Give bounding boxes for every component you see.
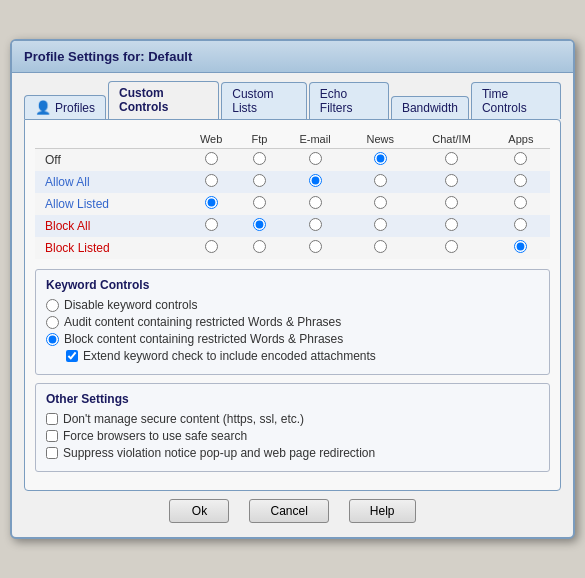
title-bar: Profile Settings for: Default bbox=[12, 41, 573, 73]
keyword-extend-label: Extend keyword check to include encoded … bbox=[83, 349, 376, 363]
radio-allow-listed-ftp[interactable] bbox=[253, 196, 266, 209]
col-header-chatim: Chat/IM bbox=[411, 130, 491, 149]
table-row: Block All bbox=[35, 215, 550, 237]
keyword-block-radio[interactable] bbox=[46, 333, 59, 346]
tab-custom-lists[interactable]: Custom Lists bbox=[221, 82, 307, 119]
table-row: Allow All bbox=[35, 171, 550, 193]
other-suppress-checkbox[interactable] bbox=[46, 447, 58, 459]
radio-allow-listed-news[interactable] bbox=[374, 196, 387, 209]
button-row: Ok Cancel Help bbox=[24, 491, 561, 529]
keyword-audit-option: Audit content containing restricted Word… bbox=[46, 315, 539, 329]
radio-block-listed-ftp[interactable] bbox=[253, 240, 266, 253]
col-header-web: Web bbox=[184, 130, 238, 149]
col-header-ftp: Ftp bbox=[238, 130, 281, 149]
radio-allow-listed-web[interactable] bbox=[205, 196, 218, 209]
tab-bandwidth[interactable]: Bandwidth bbox=[391, 96, 469, 119]
grid-cell-allow-listed-apps bbox=[492, 193, 550, 215]
grid-cell-block-listed-email bbox=[281, 237, 349, 259]
grid-cell-allow-listed-ftp bbox=[238, 193, 281, 215]
other-safe-search-option: Force browsers to use safe search bbox=[46, 429, 539, 443]
radio-allow-all-web[interactable] bbox=[205, 174, 218, 187]
keyword-extend-option: Extend keyword check to include encoded … bbox=[66, 349, 539, 363]
grid-cell-allow-listed-news bbox=[349, 193, 411, 215]
help-button[interactable]: Help bbox=[349, 499, 416, 523]
col-header-empty bbox=[35, 130, 184, 149]
tab-custom-controls[interactable]: Custom Controls bbox=[108, 81, 219, 119]
other-no-secure-checkbox[interactable] bbox=[46, 413, 58, 425]
grid-cell-block-all-news bbox=[349, 215, 411, 237]
radio-allow-all-apps[interactable] bbox=[514, 174, 527, 187]
other-safe-search-checkbox[interactable] bbox=[46, 430, 58, 442]
grid-cell-block-all-ftp bbox=[238, 215, 281, 237]
radio-allow-all-email[interactable] bbox=[309, 174, 322, 187]
radio-block-all-apps[interactable] bbox=[514, 218, 527, 231]
radio-block-listed-news[interactable] bbox=[374, 240, 387, 253]
tab-time-controls[interactable]: Time Controls bbox=[471, 82, 561, 119]
radio-block-all-ftp[interactable] bbox=[253, 218, 266, 231]
ok-button[interactable]: Ok bbox=[169, 499, 229, 523]
grid-cell-allow-all-news bbox=[349, 171, 411, 193]
radio-allow-listed-chatim[interactable] bbox=[445, 196, 458, 209]
keyword-disable-radio[interactable] bbox=[46, 299, 59, 312]
tab-bar: 👤 Profiles Custom Controls Custom Lists … bbox=[24, 81, 561, 119]
other-settings-title: Other Settings bbox=[46, 392, 539, 406]
grid-cell-allow-all-web bbox=[184, 171, 238, 193]
grid-cell-block-all-chatim bbox=[411, 215, 491, 237]
keyword-disable-option: Disable keyword controls bbox=[46, 298, 539, 312]
radio-allow-listed-apps[interactable] bbox=[514, 196, 527, 209]
grid-cell-block-listed-web bbox=[184, 237, 238, 259]
grid-cell-block-listed-news bbox=[349, 237, 411, 259]
radio-block-listed-web[interactable] bbox=[205, 240, 218, 253]
grid-cell-allow-all-apps bbox=[492, 171, 550, 193]
radio-off-web[interactable] bbox=[205, 152, 218, 165]
grid-cell-block-listed-apps bbox=[492, 237, 550, 259]
radio-block-listed-email[interactable] bbox=[309, 240, 322, 253]
radio-block-all-email[interactable] bbox=[309, 218, 322, 231]
keyword-extend-checkbox[interactable] bbox=[66, 350, 78, 362]
radio-block-listed-chatim[interactable] bbox=[445, 240, 458, 253]
radio-allow-all-ftp[interactable] bbox=[253, 174, 266, 187]
keyword-block-label: Block content containing restricted Word… bbox=[64, 332, 343, 346]
tab-profiles[interactable]: 👤 Profiles bbox=[24, 95, 106, 119]
grid-cell-off-apps bbox=[492, 149, 550, 172]
grid-cell-allow-all-email bbox=[281, 171, 349, 193]
other-no-secure-option: Don't manage secure content (https, ssl,… bbox=[46, 412, 539, 426]
radio-allow-listed-email[interactable] bbox=[309, 196, 322, 209]
other-safe-search-label: Force browsers to use safe search bbox=[63, 429, 247, 443]
row-label-allow-listed: Allow Listed bbox=[35, 193, 184, 215]
other-no-secure-label: Don't manage secure content (https, ssl,… bbox=[63, 412, 304, 426]
col-header-apps: Apps bbox=[492, 130, 550, 149]
radio-off-email[interactable] bbox=[309, 152, 322, 165]
keyword-audit-label: Audit content containing restricted Word… bbox=[64, 315, 341, 329]
grid-cell-block-all-email bbox=[281, 215, 349, 237]
tab-echo-filters[interactable]: Echo Filters bbox=[309, 82, 389, 119]
grid-cell-off-ftp bbox=[238, 149, 281, 172]
control-grid: Web Ftp E-mail News Chat/IM Apps OffAllo… bbox=[35, 130, 550, 259]
radio-block-all-news[interactable] bbox=[374, 218, 387, 231]
grid-cell-allow-listed-email bbox=[281, 193, 349, 215]
grid-cell-allow-all-chatim bbox=[411, 171, 491, 193]
keyword-audit-radio[interactable] bbox=[46, 316, 59, 329]
dialog-body: 👤 Profiles Custom Controls Custom Lists … bbox=[12, 73, 573, 537]
radio-allow-all-chatim[interactable] bbox=[445, 174, 458, 187]
other-settings-section: Other Settings Don't manage secure conte… bbox=[35, 383, 550, 472]
radio-off-ftp[interactable] bbox=[253, 152, 266, 165]
keyword-block-option: Block content containing restricted Word… bbox=[46, 332, 539, 346]
grid-cell-off-email bbox=[281, 149, 349, 172]
keyword-controls-title: Keyword Controls bbox=[46, 278, 539, 292]
radio-off-news[interactable] bbox=[374, 152, 387, 165]
col-header-news: News bbox=[349, 130, 411, 149]
radio-allow-all-news[interactable] bbox=[374, 174, 387, 187]
radio-block-all-web[interactable] bbox=[205, 218, 218, 231]
tab-content: Web Ftp E-mail News Chat/IM Apps OffAllo… bbox=[24, 119, 561, 491]
other-suppress-label: Suppress violation notice pop-up and web… bbox=[63, 446, 375, 460]
grid-cell-block-all-apps bbox=[492, 215, 550, 237]
cancel-button[interactable]: Cancel bbox=[249, 499, 328, 523]
grid-cell-off-chatim bbox=[411, 149, 491, 172]
radio-block-all-chatim[interactable] bbox=[445, 218, 458, 231]
radio-block-listed-apps[interactable] bbox=[514, 240, 527, 253]
other-suppress-option: Suppress violation notice pop-up and web… bbox=[46, 446, 539, 460]
radio-off-apps[interactable] bbox=[514, 152, 527, 165]
grid-cell-block-listed-ftp bbox=[238, 237, 281, 259]
radio-off-chatim[interactable] bbox=[445, 152, 458, 165]
